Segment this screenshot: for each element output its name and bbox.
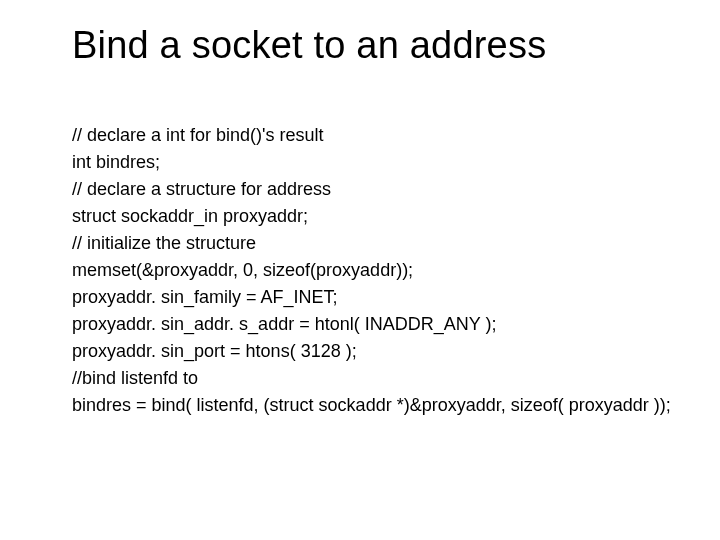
code-line: // declare a int for bind()'s result <box>72 125 324 145</box>
code-line: memset(&proxyaddr, 0, sizeof(proxyaddr))… <box>72 260 413 280</box>
code-line: // declare a structure for address <box>72 179 331 199</box>
code-line: // initialize the structure <box>72 233 256 253</box>
slide: Bind a socket to an address // declare a… <box>0 0 720 540</box>
code-block: // declare a int for bind()'s result int… <box>72 95 680 446</box>
slide-title: Bind a socket to an address <box>72 24 680 67</box>
code-line: proxyaddr. sin_addr. s_addr = htonl( INA… <box>72 314 496 334</box>
code-line: bindres = bind( listenfd, (struct sockad… <box>72 395 671 415</box>
code-line: int bindres; <box>72 152 160 172</box>
code-line: proxyaddr. sin_family = AF_INET; <box>72 287 338 307</box>
code-line: proxyaddr. sin_port = htons( 3128 ); <box>72 341 357 361</box>
code-line: //bind listenfd to <box>72 368 198 388</box>
code-line: struct sockaddr_in proxyaddr; <box>72 206 308 226</box>
